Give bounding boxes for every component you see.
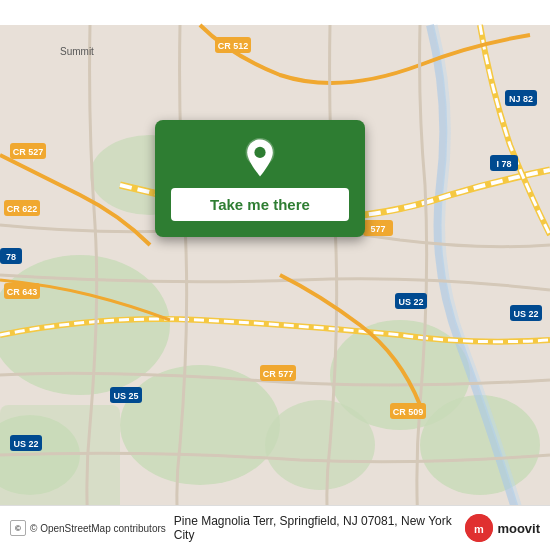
svg-point-42 — [254, 147, 265, 158]
location-pin-icon — [240, 138, 280, 178]
moovit-text: moovit — [497, 521, 540, 536]
svg-point-8 — [265, 400, 375, 490]
svg-text:577: 577 — [370, 224, 385, 234]
attribution: © © OpenStreetMap contributors — [10, 520, 166, 536]
take-me-there-button[interactable]: Take me there — [171, 188, 349, 221]
svg-text:US 25: US 25 — [113, 391, 138, 401]
popup-card: Take me there — [155, 120, 365, 237]
svg-text:US 22: US 22 — [13, 439, 38, 449]
svg-text:CR 527: CR 527 — [13, 147, 44, 157]
address-text: Pine Magnolia Terr, Springfield, NJ 0708… — [166, 514, 466, 542]
attribution-text: © OpenStreetMap contributors — [30, 523, 166, 534]
svg-text:CR 509: CR 509 — [393, 407, 424, 417]
map-container: Summit CR 512 I 78 I 78 NJ 82 CR 527 CR … — [0, 0, 550, 550]
bottom-bar: © © OpenStreetMap contributors Pine Magn… — [0, 505, 550, 550]
openstreetmap-logo: © — [10, 520, 26, 536]
moovit-icon: m — [465, 514, 493, 542]
svg-text:I 78: I 78 — [496, 159, 511, 169]
svg-text:CR 512: CR 512 — [218, 41, 249, 51]
svg-text:NJ 82: NJ 82 — [509, 94, 533, 104]
svg-text:CR 577: CR 577 — [263, 369, 294, 379]
svg-text:Summit: Summit — [60, 46, 94, 57]
svg-point-2 — [120, 365, 280, 485]
svg-text:CR 622: CR 622 — [7, 204, 38, 214]
moovit-logo: m moovit — [465, 514, 540, 542]
svg-text:US 22: US 22 — [398, 297, 423, 307]
svg-text:78: 78 — [6, 252, 16, 262]
svg-text:CR 643: CR 643 — [7, 287, 38, 297]
map-background: Summit CR 512 I 78 I 78 NJ 82 CR 527 CR … — [0, 0, 550, 550]
svg-text:m: m — [474, 523, 484, 535]
svg-text:US 22: US 22 — [513, 309, 538, 319]
